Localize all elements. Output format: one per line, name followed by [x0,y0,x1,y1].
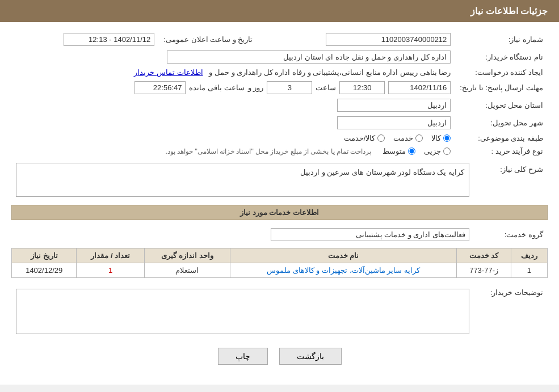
col-row: ردیف [511,248,547,263]
buyer-org-box: اداره کل راهداری و حمل و نقل جاده ای است… [167,50,451,64]
purchase-note: پرداخت تمام یا بخشی از مبلغ خریداز محل "… [165,147,371,155]
category-label: طبقه بندی موضوعی: [455,132,548,145]
service-group-box: فعالیت‌های اداری و خدمات پشتیبانی [271,228,469,241]
purchase-jozi-radio[interactable] [443,147,451,155]
purchase-type-label: نوع فرآیند خرید : [455,145,548,158]
deadline-row: 22:56:47 ساعت باقی مانده روز و 3 ساعت 12… [11,79,455,96]
deadline-label: مهلت ارسال پاسخ: تا تاریخ: [455,79,548,96]
buyer-notes-cell [11,284,474,336]
category-khedmat-radio[interactable] [415,134,423,142]
description-cell: کرایه یک دستگاه لودر شهرستان های سرعین و… [11,161,474,199]
purchase-mota-label: متوسط [383,147,406,155]
services-section-title: اطلاعات خدمات مورد نیاز [11,205,548,220]
deadline-time-label: ساعت [316,83,336,92]
col-unit: واحد اندازه گیری [145,248,230,263]
cell-row: 1 [511,263,547,278]
city-value: اردبیل [11,114,455,132]
info-table: شماره نیاز: 1102003740000212 تاریخ و ساع… [11,31,548,158]
category-khedmat-option[interactable]: خدمت [393,134,423,142]
province-value: اردبیل [11,96,455,114]
need-number-box: 1102003740000212 [326,33,451,46]
purchase-jozi-option[interactable]: جزیی [424,147,451,155]
print-button[interactable]: چاپ [218,348,268,365]
deadline-time-box: 12:30 [339,81,385,94]
description-label: شرح کلی نیاز: [474,161,548,199]
need-number-value: 1102003740000212 [257,31,455,48]
deadline-remaining-box: 22:56:47 [135,81,186,94]
description-value: کرایه یک دستگاه لودر شهرستان های سرعین و… [300,168,464,176]
services-table: ردیف کد خدمت نام خدمت واحد اندازه گیری ت… [11,248,548,278]
buyer-org-value: اداره کل راهداری و حمل و نقل جاده ای است… [11,48,455,66]
announce-datetime-box: 1402/11/12 - 12:13 [64,33,154,46]
buyer-org-label: نام دستگاه خریدار: [455,48,548,66]
cell-quantity: 1 [77,263,145,278]
deadline-days-box: 3 [267,81,312,94]
buttons-row: بازگشت چاپ [11,348,548,365]
deadline-date-box: 1402/11/16 [388,81,451,94]
cell-unit: استعلام [145,263,230,278]
service-group-value: فعالیت‌های اداری و خدمات پشتیبانی [11,226,474,243]
main-content: شماره نیاز: 1102003740000212 تاریخ و ساع… [0,22,559,373]
col-name: نام خدمت [230,248,456,263]
description-table: شرح کلی نیاز: کرایه یک دستگاه لودر شهرست… [11,161,548,199]
category-options: کالا خدمت کالا/خدمت [11,132,455,145]
description-box: کرایه یک دستگاه لودر شهرستان های سرعین و… [16,163,469,197]
deadline-days-label: روز و [248,83,264,92]
cell-code: ز-77-773 [457,263,511,278]
city-label: شهر محل تحویل: [455,114,548,132]
creator-value: رضا بناهی رییس اداره منابع انسانی،پشتیبا… [11,66,455,79]
category-kala-khedmat-label: کالا/خدمت [344,134,376,142]
buyer-notes-table: توضیحات خریدار: [11,284,548,336]
service-group-label: گروه خدمت: [474,226,548,243]
page-title: جزئیات اطلاعات نیاز [470,6,548,16]
announce-datetime-label: تاریخ و ساعت اعلان عمومی: [159,31,257,48]
category-kala-khedmat-radio[interactable] [377,134,385,142]
category-kala-label: کالا [431,134,441,142]
back-button[interactable]: بازگشت [279,348,342,365]
deadline-remaining-label: ساعت باقی مانده [189,83,244,92]
col-code: کد خدمت [457,248,511,263]
city-box: اردبیل [337,116,451,129]
announce-datetime-value: 1402/11/12 - 12:13 [11,31,159,48]
need-number-label: شماره نیاز: [455,31,548,48]
category-khedmat-label: خدمت [393,134,413,142]
cell-name: کرایه سایر ماشین‌آلات، تجهیزات و کالاهای… [230,263,456,278]
category-kala-khedmat-option[interactable]: کالا/خدمت [344,134,385,142]
province-box: اردبیل [337,99,451,112]
table-row: 1 ز-77-773 کرایه سایر ماشین‌آلات، تجهیزا… [12,263,548,278]
cell-date: 1402/12/29 [12,263,77,278]
purchase-type-row: جزیی متوسط پرداخت تمام یا بخشی از مبلغ خ… [11,145,455,158]
purchase-jozi-label: جزیی [424,147,441,155]
creator-link[interactable]: اطلاعات تماس خریدار [134,68,203,77]
col-date: تاریخ نیاز [12,248,77,263]
category-kala-option[interactable]: کالا [431,134,451,142]
creator-label: ایجاد کننده درخواست: [455,66,548,79]
creator-text: رضا بناهی رییس اداره منابع انسانی،پشتیبا… [209,68,451,77]
category-kala-radio[interactable] [443,134,451,142]
buyer-notes-label: توضیحات خریدار: [474,284,548,336]
purchase-mota-option[interactable]: متوسط [383,147,415,155]
service-group-table: گروه خدمت: فعالیت‌های اداری و خدمات پشتی… [11,226,548,243]
province-label: استان محل تحویل: [455,96,548,114]
buyer-notes-box [16,289,469,334]
page-header: جزئیات اطلاعات نیاز [0,0,559,22]
col-quantity: تعداد / مقدار [77,248,145,263]
page-wrapper: جزئیات اطلاعات نیاز شماره نیاز: 11020037… [0,0,559,385]
purchase-mota-radio[interactable] [408,147,415,155]
